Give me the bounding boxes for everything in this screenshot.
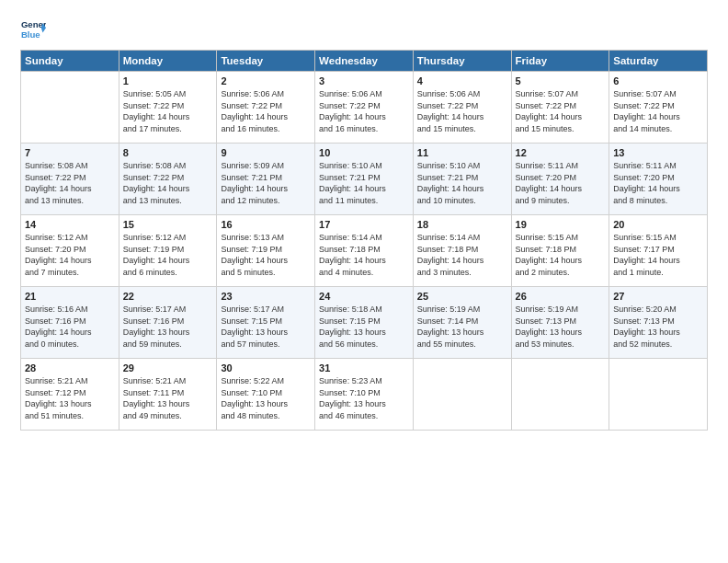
day-number: 10 (319, 147, 409, 158)
cell-info: Sunrise: 5:15 AM Sunset: 7:17 PM Dayligh… (613, 232, 703, 278)
calendar-cell: 31Sunrise: 5:23 AM Sunset: 7:10 PM Dayli… (315, 359, 414, 431)
calendar-cell: 22Sunrise: 5:17 AM Sunset: 7:16 PM Dayli… (119, 287, 217, 359)
day-number: 18 (417, 219, 507, 230)
calendar-cell: 21Sunrise: 5:16 AM Sunset: 7:16 PM Dayli… (21, 287, 119, 359)
calendar-cell (609, 359, 708, 431)
cell-info: Sunrise: 5:05 AM Sunset: 7:22 PM Dayligh… (123, 88, 213, 134)
calendar-cell: 3Sunrise: 5:06 AM Sunset: 7:22 PM Daylig… (315, 72, 414, 144)
cell-info: Sunrise: 5:10 AM Sunset: 7:21 PM Dayligh… (417, 160, 507, 206)
day-number: 8 (123, 147, 213, 158)
day-number: 1 (123, 75, 213, 86)
day-number: 7 (25, 147, 115, 158)
calendar-cell: 15Sunrise: 5:12 AM Sunset: 7:19 PM Dayli… (119, 215, 217, 287)
calendar-cell: 29Sunrise: 5:21 AM Sunset: 7:11 PM Dayli… (119, 359, 217, 431)
calendar-cell: 16Sunrise: 5:13 AM Sunset: 7:19 PM Dayli… (217, 215, 315, 287)
calendar-cell: 12Sunrise: 5:11 AM Sunset: 7:20 PM Dayli… (511, 144, 609, 215)
day-number: 12 (516, 147, 606, 158)
day-number: 4 (417, 75, 507, 86)
calendar-cell: 11Sunrise: 5:10 AM Sunset: 7:21 PM Dayli… (413, 144, 511, 215)
cell-info: Sunrise: 5:10 AM Sunset: 7:21 PM Dayligh… (319, 160, 409, 206)
calendar-cell: 13Sunrise: 5:11 AM Sunset: 7:20 PM Dayli… (609, 144, 708, 215)
day-number: 16 (221, 219, 311, 230)
calendar-cell: 19Sunrise: 5:15 AM Sunset: 7:18 PM Dayli… (511, 215, 609, 287)
cell-info: Sunrise: 5:14 AM Sunset: 7:18 PM Dayligh… (319, 232, 409, 278)
calendar-cell: 7Sunrise: 5:08 AM Sunset: 7:22 PM Daylig… (21, 144, 119, 215)
cell-info: Sunrise: 5:06 AM Sunset: 7:22 PM Dayligh… (319, 88, 409, 134)
day-number: 19 (516, 219, 606, 230)
calendar-cell: 4Sunrise: 5:06 AM Sunset: 7:22 PM Daylig… (413, 72, 511, 144)
calendar-cell: 9Sunrise: 5:09 AM Sunset: 7:21 PM Daylig… (217, 144, 315, 215)
cell-info: Sunrise: 5:17 AM Sunset: 7:16 PM Dayligh… (123, 304, 213, 350)
calendar-cell: 6Sunrise: 5:07 AM Sunset: 7:22 PM Daylig… (609, 72, 708, 144)
day-number: 28 (25, 362, 115, 373)
calendar-cell: 5Sunrise: 5:07 AM Sunset: 7:22 PM Daylig… (511, 72, 609, 144)
calendar-cell: 30Sunrise: 5:22 AM Sunset: 7:10 PM Dayli… (217, 359, 315, 431)
day-number: 3 (319, 75, 409, 86)
cell-info: Sunrise: 5:13 AM Sunset: 7:19 PM Dayligh… (221, 232, 311, 278)
col-header-friday: Friday (511, 51, 609, 72)
calendar-header: SundayMondayTuesdayWednesdayThursdayFrid… (21, 51, 708, 72)
cell-info: Sunrise: 5:19 AM Sunset: 7:14 PM Dayligh… (417, 304, 507, 350)
day-number: 22 (123, 291, 213, 302)
header: General Blue (20, 17, 708, 42)
cell-info: Sunrise: 5:08 AM Sunset: 7:22 PM Dayligh… (25, 160, 115, 206)
calendar-cell: 25Sunrise: 5:19 AM Sunset: 7:14 PM Dayli… (413, 287, 511, 359)
col-header-monday: Monday (119, 51, 217, 72)
calendar-cell: 10Sunrise: 5:10 AM Sunset: 7:21 PM Dayli… (315, 144, 414, 215)
cell-info: Sunrise: 5:06 AM Sunset: 7:22 PM Dayligh… (417, 88, 507, 134)
cell-info: Sunrise: 5:23 AM Sunset: 7:10 PM Dayligh… (319, 375, 409, 421)
calendar-cell: 18Sunrise: 5:14 AM Sunset: 7:18 PM Dayli… (413, 215, 511, 287)
calendar-cell: 23Sunrise: 5:17 AM Sunset: 7:15 PM Dayli… (217, 287, 315, 359)
cell-info: Sunrise: 5:12 AM Sunset: 7:20 PM Dayligh… (25, 232, 115, 278)
cell-info: Sunrise: 5:21 AM Sunset: 7:11 PM Dayligh… (123, 375, 213, 421)
cell-info: Sunrise: 5:09 AM Sunset: 7:21 PM Dayligh… (221, 160, 311, 206)
col-header-sunday: Sunday (21, 51, 119, 72)
cell-info: Sunrise: 5:11 AM Sunset: 7:20 PM Dayligh… (516, 160, 606, 206)
calendar-table: SundayMondayTuesdayWednesdayThursdayFrid… (20, 50, 708, 431)
calendar-cell (511, 359, 609, 431)
day-number: 25 (417, 291, 507, 302)
calendar-cell: 27Sunrise: 5:20 AM Sunset: 7:13 PM Dayli… (609, 287, 708, 359)
day-number: 23 (221, 291, 311, 302)
cell-info: Sunrise: 5:19 AM Sunset: 7:13 PM Dayligh… (516, 304, 606, 350)
cell-info: Sunrise: 5:18 AM Sunset: 7:15 PM Dayligh… (319, 304, 409, 350)
day-number: 9 (221, 147, 311, 158)
calendar-cell: 8Sunrise: 5:08 AM Sunset: 7:22 PM Daylig… (119, 144, 217, 215)
col-header-thursday: Thursday (413, 51, 511, 72)
calendar-cell: 28Sunrise: 5:21 AM Sunset: 7:12 PM Dayli… (21, 359, 119, 431)
calendar-cell: 14Sunrise: 5:12 AM Sunset: 7:20 PM Dayli… (21, 215, 119, 287)
calendar-cell (413, 359, 511, 431)
calendar-cell: 20Sunrise: 5:15 AM Sunset: 7:17 PM Dayli… (609, 215, 708, 287)
cell-info: Sunrise: 5:14 AM Sunset: 7:18 PM Dayligh… (417, 232, 507, 278)
cell-info: Sunrise: 5:16 AM Sunset: 7:16 PM Dayligh… (25, 304, 115, 350)
cell-info: Sunrise: 5:17 AM Sunset: 7:15 PM Dayligh… (221, 304, 311, 350)
calendar-cell: 1Sunrise: 5:05 AM Sunset: 7:22 PM Daylig… (119, 72, 217, 144)
logo: General Blue (20, 17, 50, 42)
cell-info: Sunrise: 5:21 AM Sunset: 7:12 PM Dayligh… (25, 375, 115, 421)
calendar-cell: 24Sunrise: 5:18 AM Sunset: 7:15 PM Dayli… (315, 287, 414, 359)
col-header-tuesday: Tuesday (217, 51, 315, 72)
calendar-cell: 26Sunrise: 5:19 AM Sunset: 7:13 PM Dayli… (511, 287, 609, 359)
day-number: 17 (319, 219, 409, 230)
day-number: 27 (613, 291, 703, 302)
day-number: 15 (123, 219, 213, 230)
week-row-1: 1Sunrise: 5:05 AM Sunset: 7:22 PM Daylig… (21, 72, 708, 144)
col-header-wednesday: Wednesday (315, 51, 414, 72)
col-header-saturday: Saturday (609, 51, 708, 72)
day-number: 26 (516, 291, 606, 302)
day-number: 14 (25, 219, 115, 230)
day-number: 6 (613, 75, 703, 86)
calendar-cell (21, 72, 119, 144)
week-row-3: 14Sunrise: 5:12 AM Sunset: 7:20 PM Dayli… (21, 215, 708, 287)
cell-info: Sunrise: 5:07 AM Sunset: 7:22 PM Dayligh… (516, 88, 606, 134)
cell-info: Sunrise: 5:12 AM Sunset: 7:19 PM Dayligh… (123, 232, 213, 278)
cell-info: Sunrise: 5:20 AM Sunset: 7:13 PM Dayligh… (613, 304, 703, 350)
week-row-2: 7Sunrise: 5:08 AM Sunset: 7:22 PM Daylig… (21, 144, 708, 215)
day-number: 2 (221, 75, 311, 86)
day-number: 30 (221, 362, 311, 373)
day-number: 29 (123, 362, 213, 373)
day-number: 5 (516, 75, 606, 86)
cell-info: Sunrise: 5:11 AM Sunset: 7:20 PM Dayligh… (613, 160, 703, 206)
svg-text:Blue: Blue (21, 29, 40, 40)
day-number: 21 (25, 291, 115, 302)
